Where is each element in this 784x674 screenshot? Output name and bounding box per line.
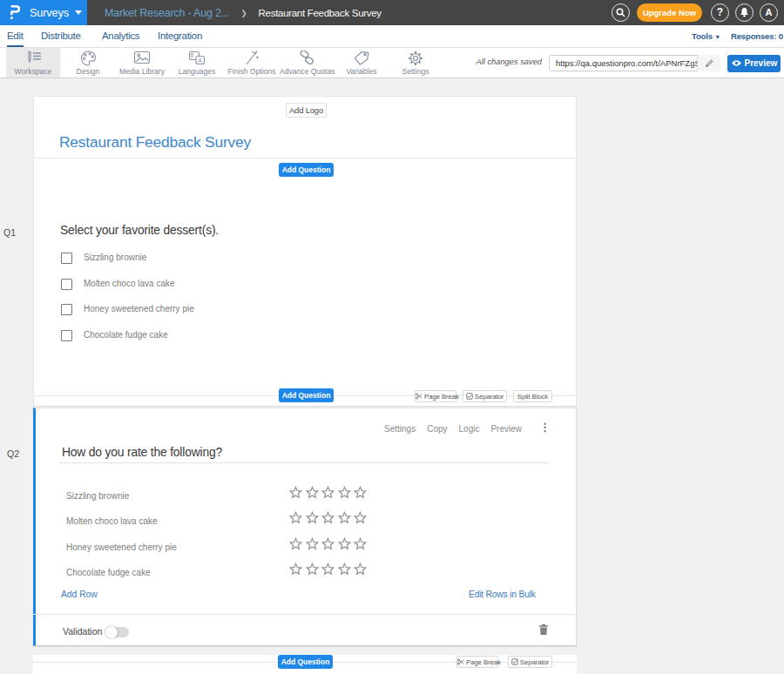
svg-text:A: A	[199, 57, 203, 64]
